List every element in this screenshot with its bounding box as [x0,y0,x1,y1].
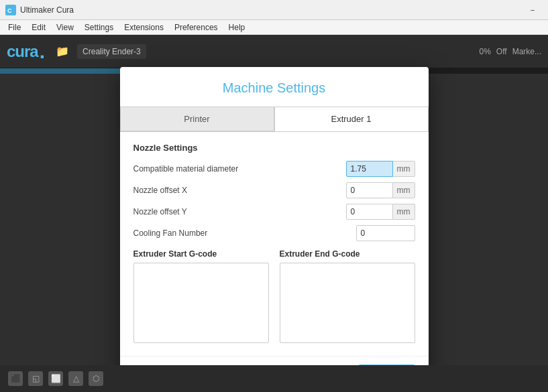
app-content: Machine Settings Printer Extruder 1 Nozz… [0,68,548,392]
input-nozzle-offset-y[interactable] [346,204,393,220]
top-controls: 📁 Creality Ender-3 [52,41,146,62]
field-cooling-fan: Cooling Fan Number [133,225,415,241]
gcode-end-section: Extruder End G-code [280,249,415,345]
marketplace-btn[interactable]: Marke... [512,47,541,56]
app-top-bar: cura . 📁 Creality Ender-3 0% Off Marke..… [0,35,548,68]
bottom-icon-5[interactable]: ⬡ [89,371,103,386]
label-nozzle-offset-y: Nozzle offset Y [133,207,346,216]
label-nozzle-offset-x: Nozzle offset X [133,186,346,195]
tab-printer[interactable]: Printer [120,107,274,131]
input-group-fan [356,225,415,241]
cura-logo: cura [7,42,38,61]
menu-help[interactable]: Help [223,21,251,34]
bottom-icon-2[interactable]: ◱ [28,371,43,386]
machine-settings-dialog: Machine Settings Printer Extruder 1 Nozz… [120,67,429,393]
field-nozzle-offset-y: Nozzle offset Y mm [133,204,415,220]
unit-nozzle-offset-x: mm [393,182,415,198]
modal-body: Nozzle Settings Compatible material diam… [120,132,429,356]
gcode-end-label: Extruder End G-code [280,249,415,259]
unit-nozzle-offset-y: mm [393,204,415,220]
nozzle-settings-title: Nozzle Settings [133,143,415,153]
input-nozzle-offset-x[interactable] [346,182,393,198]
menu-file[interactable]: File [3,21,26,34]
right-controls: 0% Off Marke... [480,47,541,56]
field-nozzle-offset-x: Nozzle offset X mm [133,182,415,198]
menu-settings[interactable]: Settings [79,21,119,34]
menu-extensions[interactable]: Extensions [119,21,169,34]
minimize-button[interactable]: − [523,3,543,17]
input-material-diameter[interactable] [346,161,393,177]
modal-overlay: Machine Settings Printer Extruder 1 Nozz… [0,68,548,392]
logo-area: cura . [7,40,45,63]
app-icon: C [5,5,16,15]
percentage-display: 0% [480,47,491,56]
gcode-start-label: Extruder Start G-code [133,249,269,259]
gcode-end-textarea[interactable] [280,263,415,343]
tab-extruder-1[interactable]: Extruder 1 [274,107,429,131]
menu-view[interactable]: View [51,21,79,34]
gcode-start-textarea[interactable] [133,263,269,343]
svg-text:C: C [7,7,12,14]
input-group-offset-y: mm [346,204,415,220]
menu-preferences[interactable]: Preferences [169,21,223,34]
status-display: Off [496,47,507,56]
label-material-diameter: Compatible material diameter [133,164,346,174]
bottom-icon-1[interactable]: ⬛ [8,371,23,386]
gcode-row: Extruder Start G-code Extruder End G-cod… [133,249,415,345]
window-title: Ultimaker Cura [20,5,518,15]
menu-bar: File Edit View Settings Extensions Prefe… [0,20,548,35]
bottom-icon-4[interactable]: △ [68,371,83,386]
printer-name-label[interactable]: Creality Ender-3 [77,44,146,59]
bottom-icon-3[interactable]: ⬜ [48,371,63,386]
modal-tabs: Printer Extruder 1 [120,107,429,132]
input-group-diameter: mm [346,161,415,177]
title-bar: C Ultimaker Cura − [0,0,548,20]
app-background: cura . 📁 Creality Ender-3 0% Off Marke..… [0,35,548,392]
folder-icon[interactable]: 📁 [52,41,73,62]
input-group-offset-x: mm [346,182,415,198]
input-cooling-fan[interactable] [356,225,415,241]
menu-edit[interactable]: Edit [26,21,51,34]
gcode-start-section: Extruder Start G-code [133,249,269,345]
modal-title: Machine Settings [120,67,429,107]
window-controls: − [523,3,543,17]
label-cooling-fan: Cooling Fan Number [133,228,356,238]
bottom-toolbar: ⬛ ◱ ⬜ △ ⬡ [0,365,548,392]
field-material-diameter: Compatible material diameter mm [133,161,415,177]
unit-material-diameter: mm [393,161,415,177]
logo-period: . [40,40,45,63]
